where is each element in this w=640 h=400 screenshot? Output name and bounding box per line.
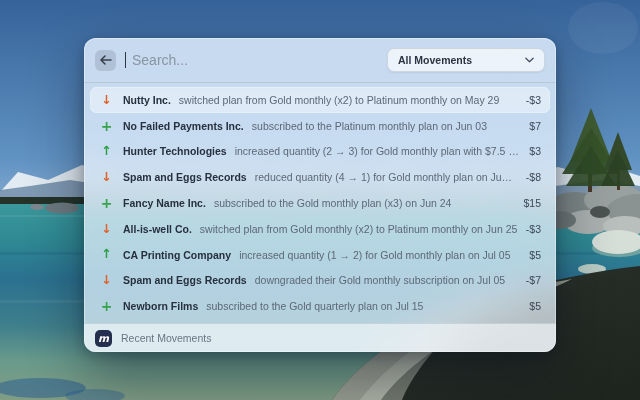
customer-name: Nutty Inc.	[123, 94, 171, 106]
movement-amount: $5	[529, 249, 541, 261]
movement-row[interactable]: ↑ CA Printing Company increased quantity…	[90, 242, 550, 268]
movement-amount: $7	[529, 120, 541, 132]
movement-description: subscribed to the Gold monthly plan (x3)…	[214, 197, 516, 209]
customer-name: Hunter Technologies	[123, 145, 227, 157]
customer-name: CA Printing Company	[123, 249, 231, 261]
movement-row[interactable]: ↓ Spam and Eggs Records reduced quantity…	[90, 164, 550, 190]
plus-icon: +	[99, 299, 114, 313]
movement-description: subscribed to the Platinum monthly plan …	[252, 120, 522, 132]
movement-amount: -$3	[526, 94, 541, 106]
movement-description: switched plan from Gold monthly (x2) to …	[179, 94, 518, 106]
arrow-down-icon: ↓	[99, 171, 114, 184]
arrow-up-icon: ↑	[99, 248, 114, 261]
movement-row[interactable]: ↓ All-is-well Co. switched plan from Gol…	[90, 216, 550, 242]
customer-name: Newborn Films	[123, 300, 198, 312]
movement-amount: $15	[523, 197, 541, 209]
search-input[interactable]	[130, 51, 378, 69]
dropdown-selected-label: All Movements	[398, 54, 472, 66]
customer-name: Spam and Eggs Records	[123, 274, 247, 286]
movement-description: reduced quantity (4 → 1) for Gold monthl…	[255, 171, 518, 183]
arrow-up-icon: ↑	[99, 145, 114, 158]
plus-icon: +	[99, 196, 114, 210]
search-overlay-window: All Movements ↓ Nutty Inc. switched plan…	[84, 38, 556, 352]
footer: m Recent Movements	[84, 323, 556, 352]
customer-name: All-is-well Co.	[123, 223, 192, 235]
plus-icon: +	[99, 119, 114, 133]
search-bar: All Movements	[84, 38, 556, 83]
movement-description: increased quantity (1 → 2) for Gold mont…	[239, 249, 521, 261]
customer-name: Fancy Name Inc.	[123, 197, 206, 209]
movements-filter-dropdown[interactable]: All Movements	[387, 48, 545, 72]
movement-amount: -$7	[526, 274, 541, 286]
movement-row[interactable]: ↓ Spam and Eggs Records downgraded their…	[90, 267, 550, 293]
movement-description: switched plan from Gold monthly (x2) to …	[200, 223, 518, 235]
movement-amount: -$3	[526, 223, 541, 235]
app-logo-icon: m	[95, 330, 112, 347]
arrow-down-icon: ↓	[99, 223, 114, 236]
movement-row[interactable]: + Newborn Films subscribed to the Gold q…	[90, 293, 550, 319]
movement-row[interactable]: ↑ Hunter Technologies increased quantity…	[90, 139, 550, 165]
arrow-left-icon	[100, 55, 112, 65]
movements-list: ↓ Nutty Inc. switched plan from Gold mon…	[84, 83, 556, 323]
arrow-down-icon: ↓	[99, 94, 114, 107]
customer-name: No Failed Payments Inc.	[123, 120, 244, 132]
movement-description: increased quantity (2 → 3) for Gold mont…	[235, 145, 522, 157]
movement-row[interactable]: ↓ Nutty Inc. switched plan from Gold mon…	[90, 87, 550, 113]
arrow-down-icon: ↓	[99, 274, 114, 287]
chevron-down-icon	[525, 57, 534, 63]
movement-description: subscribed to the Gold quarterly plan on…	[206, 300, 521, 312]
movement-row[interactable]: + Fancy Name Inc. subscribed to the Gold…	[90, 190, 550, 216]
movement-row[interactable]: + No Failed Payments Inc. subscribed to …	[90, 113, 550, 139]
customer-name: Spam and Eggs Records	[123, 171, 247, 183]
footer-label: Recent Movements	[121, 332, 211, 344]
movement-description: downgraded their Gold monthly subscripti…	[255, 274, 518, 286]
back-button[interactable]	[95, 50, 116, 71]
desktop: All Movements ↓ Nutty Inc. switched plan…	[0, 0, 640, 400]
text-caret	[125, 52, 126, 68]
movement-amount: $5	[529, 300, 541, 312]
movement-amount: $3	[529, 145, 541, 157]
svg-text:m: m	[98, 332, 110, 344]
movement-amount: -$8	[526, 171, 541, 183]
